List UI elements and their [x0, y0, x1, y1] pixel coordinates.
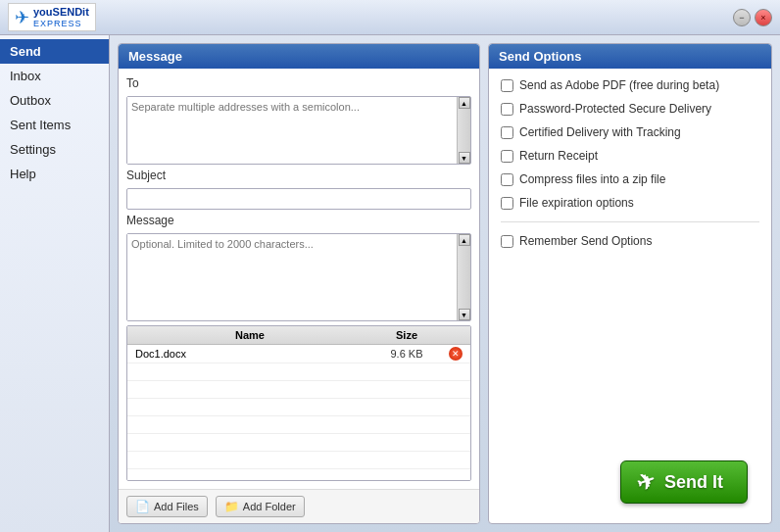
panel-footer: 📄 Add Files 📁 Add Folder — [119, 489, 479, 523]
sidebar-item-inbox[interactable]: Inbox — [0, 64, 109, 88]
remember-option-row: Remember Send Options — [501, 234, 759, 248]
option-checkbox-0[interactable] — [501, 79, 513, 92]
option-row-2: Certified Delivery with Tracking — [501, 125, 759, 139]
send-plane-icon: ✈ — [633, 467, 658, 498]
add-files-button[interactable]: 📄 Add Files — [126, 496, 208, 517]
file-table-header: Name Size — [127, 326, 470, 345]
table-row: Doc1.docx 9.6 KB ✕ — [127, 345, 470, 363]
add-files-icon: 📄 — [135, 500, 150, 513]
option-checkbox-3[interactable] — [501, 150, 513, 163]
col-size-header: Size — [372, 329, 441, 341]
send-it-label: Send It — [664, 472, 723, 493]
main-area: Send Inbox Outbox Sent Items Settings He… — [0, 35, 780, 532]
option-row-4: Compress files into a zip file — [501, 172, 759, 186]
table-row-empty — [127, 399, 470, 416]
add-folder-label: Add Folder — [243, 501, 296, 512]
message-panel: Message To ▲ ▼ Subject Message — [118, 43, 480, 524]
table-row-empty — [127, 363, 470, 381]
logo-area: ✈ youSENDit EXPRESS — [8, 3, 96, 30]
sidebar-item-help[interactable]: Help — [0, 162, 109, 186]
option-label-2: Certified Delivery with Tracking — [519, 125, 681, 139]
message-panel-header: Message — [119, 44, 479, 69]
to-field-container: ▲ ▼ — [126, 96, 471, 165]
table-row-empty — [127, 452, 470, 469]
option-checkbox-2[interactable] — [501, 126, 513, 139]
msg-scroll-down[interactable]: ▼ — [459, 309, 470, 320]
table-row-empty — [127, 381, 470, 399]
sidebar-item-outbox[interactable]: Outbox — [0, 88, 109, 113]
table-row-empty — [127, 434, 470, 452]
scroll-up-arrow[interactable]: ▲ — [459, 97, 470, 109]
message-scrollbar: ▲ ▼ — [457, 234, 470, 320]
option-row-3: Return Receipt — [501, 149, 759, 163]
col-action-header — [441, 329, 470, 341]
add-folder-button[interactable]: 📁 Add Folder — [216, 496, 305, 517]
scroll-down-arrow[interactable]: ▼ — [459, 152, 470, 164]
table-row-empty — [127, 416, 470, 434]
file-delete-cell: ✕ — [441, 347, 470, 361]
option-checkbox-4[interactable] — [501, 173, 513, 186]
logo-box: ✈ youSENDit EXPRESS — [8, 3, 96, 30]
option-checkbox-1[interactable] — [501, 103, 513, 116]
option-label-0: Send as Adobe PDF (free during beta) — [519, 78, 719, 92]
file-size-cell: 9.6 KB — [372, 348, 441, 360]
logo-text: youSENDit EXPRESS — [33, 6, 89, 27]
send-options-panel: Send Options Send as Adobe PDF (free dur… — [488, 43, 772, 524]
minimize-button[interactable]: − — [733, 9, 751, 26]
file-table-body: Doc1.docx 9.6 KB ✕ — [127, 345, 470, 480]
msg-scroll-up[interactable]: ▲ — [459, 234, 470, 246]
send-it-button[interactable]: ✈ Send It — [620, 460, 748, 504]
option-checkbox-5[interactable] — [501, 197, 513, 210]
file-name-cell: Doc1.docx — [127, 348, 372, 360]
logo-plane-icon: ✈ — [15, 7, 29, 28]
option-label-3: Return Receipt — [519, 149, 598, 163]
sidebar-item-sent-items[interactable]: Sent Items — [0, 113, 109, 137]
sidebar-item-send[interactable]: Send — [0, 39, 109, 64]
message-label: Message — [126, 214, 471, 227]
sidebar: Send Inbox Outbox Sent Items Settings He… — [0, 35, 110, 532]
to-input[interactable] — [127, 97, 457, 164]
option-label-5: File expiration options — [519, 196, 634, 210]
option-row-1: Password-Protected Secure Delivery — [501, 102, 759, 116]
col-name-header: Name — [127, 329, 372, 341]
to-label: To — [126, 76, 471, 90]
title-bar: ✈ youSENDit EXPRESS − × — [0, 0, 780, 35]
add-files-label: Add Files — [154, 501, 199, 512]
delete-file-button[interactable]: ✕ — [449, 347, 463, 361]
options-divider — [501, 221, 759, 222]
message-field-container: ▲ ▼ — [126, 233, 471, 321]
subject-input[interactable] — [126, 188, 471, 210]
close-button[interactable]: × — [755, 9, 772, 26]
message-input[interactable] — [127, 234, 457, 320]
file-table: Name Size Doc1.docx 9.6 KB ✕ — [126, 325, 471, 481]
option-row-5: File expiration options — [501, 196, 759, 210]
option-row-0: Send as Adobe PDF (free during beta) — [501, 78, 759, 92]
to-scrollbar: ▲ ▼ — [457, 97, 470, 164]
send-btn-container: ✈ Send It — [501, 258, 759, 513]
option-label-1: Password-Protected Secure Delivery — [519, 102, 711, 116]
options-body: Send as Adobe PDF (free during beta) Pas… — [489, 69, 771, 523]
sidebar-item-settings[interactable]: Settings — [0, 137, 109, 162]
message-panel-body: To ▲ ▼ Subject Message ▲ — [119, 69, 479, 489]
remember-checkbox[interactable] — [501, 235, 513, 248]
remember-label: Remember Send Options — [519, 234, 652, 248]
add-folder-icon: 📁 — [224, 500, 239, 513]
content-area: Message To ▲ ▼ Subject Message — [110, 35, 780, 532]
subject-label: Subject — [126, 169, 471, 182]
window-controls: − × — [733, 9, 772, 26]
send-options-header: Send Options — [489, 44, 771, 69]
option-label-4: Compress files into a zip file — [519, 172, 665, 186]
